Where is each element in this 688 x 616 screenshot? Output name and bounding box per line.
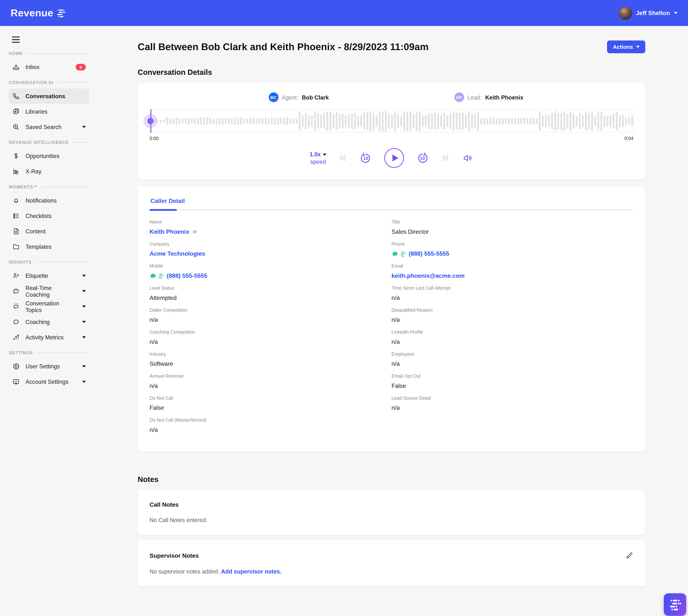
field-value: n/a <box>391 316 634 324</box>
chevron-down-icon <box>82 274 86 277</box>
tab-underline <box>150 209 634 210</box>
bell-icon <box>12 197 20 204</box>
chevron-down-icon <box>82 381 86 383</box>
sidebar-item-label: Etiquette <box>26 272 48 279</box>
volume-button[interactable] <box>462 152 474 164</box>
field-label: Coaching Competition <box>150 329 391 334</box>
field-label: Industry <box>150 351 391 356</box>
sidebar-item-label: Checklists <box>26 213 51 219</box>
sidebar-item-label: Account Settings <box>26 378 68 385</box>
speed-control[interactable]: 1.0x speed <box>310 151 326 165</box>
field-label: Disqualified Reason <box>391 307 634 312</box>
phone-number-link[interactable]: (888) 555-5555 <box>409 250 449 257</box>
sidebar-item-activity-metrics[interactable]: Activity Metrics <box>9 330 89 345</box>
sidebar-section-label: MOMENTS™ <box>9 184 89 189</box>
chevron-down-icon <box>82 126 86 128</box>
sidebar-item-content[interactable]: Content <box>9 223 89 239</box>
edit-pencil-icon[interactable] <box>625 552 634 559</box>
agent-info: BC Agent: Bob Clark <box>150 92 395 102</box>
sidebar-item-user-settings[interactable]: User Settings <box>9 359 89 374</box>
call-notes-card: Call Notes No Call Notes entered. <box>138 490 645 535</box>
sidebar-item-notifications[interactable]: Notifications <box>9 193 89 208</box>
field-value: Software <box>150 360 391 368</box>
chevron-down-icon <box>82 290 86 292</box>
sidebar-item-templates[interactable]: Templates <box>9 239 89 254</box>
field-value: n/a <box>391 338 634 346</box>
field-label: Company <box>150 241 391 246</box>
phone-number-link[interactable]: (888) 555-5555 <box>167 272 207 279</box>
sidebar-section-label: REVENUE INTELLIGENCE <box>9 140 89 145</box>
agent-avatar: BC <box>269 92 278 102</box>
hamburger-menu-icon[interactable] <box>10 34 21 45</box>
audio-waveform[interactable] <box>150 110 634 132</box>
revenue-assistant-button[interactable] <box>664 593 686 616</box>
sidebar-item-real-time-coaching[interactable]: Real-Time Coaching <box>9 284 89 299</box>
search-plus-icon <box>12 123 20 131</box>
supervisor-notes-empty-text: No supervisor notes added. <box>150 568 220 575</box>
field-value-link[interactable]: Acme Technologies <box>150 250 205 257</box>
add-supervisor-notes-link[interactable]: Add supervisor notes. <box>221 568 281 575</box>
sms-chat-icon[interactable] <box>391 250 398 257</box>
supervisor-notes-card: Supervisor Notes No supervisor notes add… <box>138 540 645 586</box>
sidebar-item-label: Templates <box>26 243 51 250</box>
revenue-dots-icon <box>56 8 66 18</box>
field-lead-source-detail: Lead Source Detailn/a <box>391 395 634 412</box>
sidebar-item-conversations[interactable]: Conversations <box>9 89 89 104</box>
top-nav: Revenue Jeff Shelton <box>0 0 688 26</box>
sidebar-item-inbox[interactable]: Inbox5 <box>9 60 89 75</box>
sidebar-item-label: Saved Search <box>26 124 62 130</box>
sidebar-item-x-ray[interactable]: X-Ray <box>9 164 89 179</box>
field-industry: IndustrySoftware <box>150 351 391 368</box>
sidebar-item-account-settings[interactable]: Account Settings <box>9 374 89 390</box>
tab-caller-detail[interactable]: Caller Detail <box>150 198 186 209</box>
sidebar-item-conversation-topics[interactable]: Conversation Topics <box>9 299 89 314</box>
checklist-icon <box>12 212 20 220</box>
call-notes-title: Call Notes <box>150 501 634 508</box>
field-label: Employees <box>391 351 634 356</box>
chat-bubble-icon[interactable] <box>192 229 198 235</box>
lead-name-link[interactable]: Keith Phoenix <box>150 228 189 235</box>
rewind-10-button[interactable]: 10 <box>359 151 372 165</box>
chevron-down-icon <box>636 46 640 48</box>
svg-text:10: 10 <box>363 156 368 160</box>
lead-info: KP Lead: Keith Phoenix <box>395 92 634 102</box>
play-button[interactable] <box>384 148 404 168</box>
app-logo[interactable]: Revenue <box>10 7 66 19</box>
sms-chat-icon[interactable] <box>150 272 157 279</box>
field-label: Phone <box>391 241 634 246</box>
skip-to-end-button[interactable] <box>441 153 451 163</box>
field-dialer-competition: Dialer Competitionn/a <box>150 307 391 324</box>
field-label: Annual Revenue <box>150 373 391 378</box>
field-value: n/a <box>150 316 391 324</box>
sidebar-item-etiquette[interactable]: Etiquette <box>9 268 89 284</box>
library-icon <box>12 108 20 115</box>
forward-10-button[interactable]: 10 <box>416 151 429 165</box>
field-value: keith.phoenix@acme.com <box>391 272 634 280</box>
app-logo-text: Revenue <box>10 7 53 19</box>
field-value: False <box>391 382 634 390</box>
field-label: Linkedin Profile <box>391 329 634 334</box>
skip-to-start-button[interactable] <box>338 153 347 163</box>
field-value: n/a <box>391 294 634 302</box>
page-title: Call Between Bob Clark and Keith Phoenix… <box>138 41 429 53</box>
sidebar-item-coaching[interactable]: Coaching <box>9 314 89 330</box>
revenue-dial-icon[interactable] <box>158 273 164 279</box>
sidebar-item-opportunities[interactable]: Opportunities <box>9 148 89 164</box>
section-notes: Notes <box>138 475 645 484</box>
gear-icon <box>12 363 20 370</box>
time-elapsed: 0:00 <box>150 135 158 141</box>
field-email: Emailkeith.phoenix@acme.com <box>391 263 634 280</box>
sidebar-item-checklists[interactable]: Checklists <box>9 208 89 223</box>
sidebar-item-label: X-Ray <box>26 168 42 175</box>
chevron-down-icon <box>674 12 678 14</box>
field-value-link[interactable]: keith.phoenix@acme.com <box>391 272 465 279</box>
sidebar-item-libraries[interactable]: Libraries <box>9 104 89 119</box>
sidebar-item-saved-search[interactable]: Saved Search <box>9 119 89 135</box>
time-total: 0:04 <box>624 135 633 141</box>
user-menu[interactable]: Jeff Shelton <box>619 6 678 20</box>
actions-button[interactable]: Actions <box>607 41 645 53</box>
user-avatar <box>619 6 632 20</box>
revenue-dial-icon[interactable] <box>400 251 406 257</box>
topics-icon <box>12 303 20 310</box>
sidebar: HOMEInbox5CONVERSATION AIConversationsLi… <box>0 26 93 604</box>
